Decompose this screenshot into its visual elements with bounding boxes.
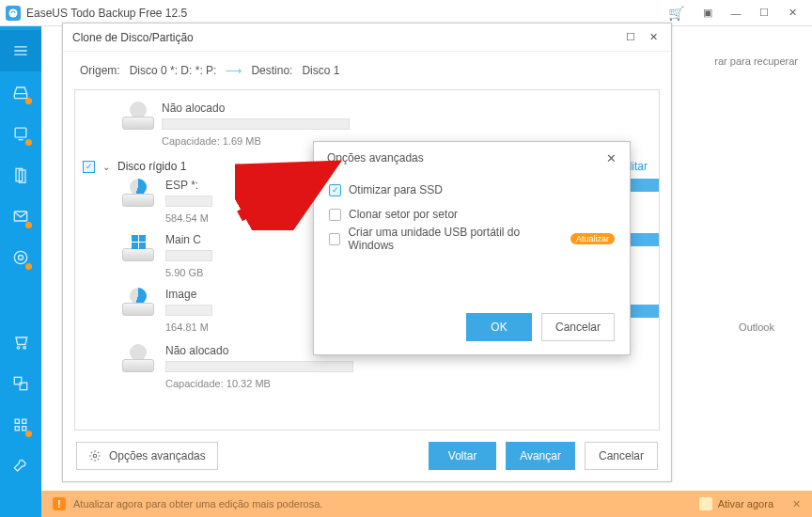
dest-value: Disco 1 xyxy=(302,64,339,77)
disk-icon xyxy=(122,233,154,261)
clone-dialog-footer: Opções avançadas Voltar Avançar Cancelar xyxy=(63,431,671,481)
disk-icon xyxy=(122,344,154,372)
cancel-button[interactable]: Cancelar xyxy=(585,442,658,470)
adv-cancel-button[interactable]: Cancelar xyxy=(541,313,615,341)
bg-outlook-label: Outlook xyxy=(739,321,774,333)
nav-system-icon[interactable] xyxy=(0,113,41,154)
partition-bar xyxy=(165,250,212,261)
advanced-options-button[interactable]: Opções avançadas xyxy=(76,442,218,470)
nav-grid-icon[interactable] xyxy=(0,404,41,446)
arrow-icon: ⟶ xyxy=(226,64,242,77)
cart-icon[interactable]: 🛒 xyxy=(662,2,690,24)
svg-point-0 xyxy=(9,8,18,17)
partition-name: Não alocado xyxy=(162,102,621,115)
warning-icon: ! xyxy=(53,497,66,510)
adv-dialog-footer: OK Cancelar xyxy=(466,313,615,341)
clone-dialog-titlebar: Clone de Disco/Partição ☐ ✕ xyxy=(63,24,671,52)
advanced-options-label: Opções avançadas xyxy=(109,449,206,462)
activate-action[interactable]: Ativar agora ✕ xyxy=(699,497,801,510)
dest-label: Destino: xyxy=(251,64,292,77)
svg-rect-2 xyxy=(15,128,26,137)
origin-value: Disco 0 *: D: *: P: xyxy=(130,64,217,77)
svg-rect-14 xyxy=(15,427,19,431)
partition-bar xyxy=(165,305,212,316)
left-nav-rail xyxy=(0,26,41,517)
partition-capacity: Capacidade: 10.32 MB xyxy=(165,378,659,389)
option-usb-label: Criar uma unidade USB portátil do Window… xyxy=(348,226,557,252)
origin-label: Origem: xyxy=(80,64,120,77)
bg-recover-hint: rar para recuperar xyxy=(714,55,798,67)
partition-bar xyxy=(162,118,350,130)
svg-point-8 xyxy=(17,347,20,350)
nav-file-icon[interactable] xyxy=(0,154,41,196)
svg-point-9 xyxy=(23,347,26,350)
clone-source-dest-row: Origem: Disco 0 *: D: *: P: ⟶ Destino: D… xyxy=(63,52,671,89)
nav-disk-icon[interactable] xyxy=(0,71,41,113)
crown-icon xyxy=(699,497,712,510)
chevron-down-icon[interactable]: ⌄ xyxy=(102,162,110,172)
checkbox-usb[interactable] xyxy=(329,233,340,245)
adv-ok-button[interactable]: OK xyxy=(466,313,532,341)
disk-icon xyxy=(122,179,154,207)
upgrade-footer: ! Atualizar agora para obter uma edição … xyxy=(41,491,812,517)
adv-dialog-title: Opções avançadas xyxy=(327,151,424,164)
adv-close-button[interactable]: ✕ xyxy=(606,151,617,165)
disk-icon xyxy=(122,288,154,316)
dialog-maximize-button[interactable]: ☐ xyxy=(622,31,639,43)
app-title: EaseUS Todo Backup Free 12.5 xyxy=(26,7,187,20)
close-button[interactable]: ✕ xyxy=(778,2,806,24)
option-optimize-ssd[interactable]: ✓ Otimizar para SSD xyxy=(329,178,615,202)
option-portable-usb[interactable]: Criar uma unidade USB portátil do Window… xyxy=(329,227,615,251)
gear-icon xyxy=(88,449,102,462)
partition-bar xyxy=(165,361,353,372)
back-button[interactable]: Voltar xyxy=(429,442,496,470)
disk-checkbox[interactable]: ✓ xyxy=(83,161,95,173)
dialog-close-button[interactable]: ✕ xyxy=(645,31,662,43)
checkbox-ssd[interactable]: ✓ xyxy=(329,184,341,196)
nav-tools-icon[interactable] xyxy=(0,446,41,487)
upgrade-text: Atualizar agora para obter uma edição ma… xyxy=(73,498,322,509)
app-logo-icon xyxy=(6,6,21,21)
svg-rect-1 xyxy=(14,94,26,99)
checkbox-sector[interactable] xyxy=(329,209,341,221)
svg-rect-15 xyxy=(23,427,26,431)
close-footer-icon[interactable]: ✕ xyxy=(792,498,801,510)
option-ssd-label: Otimizar para SSD xyxy=(349,183,443,196)
advanced-options-dialog: Opções avançadas ✕ ✓ Otimizar para SSD C… xyxy=(313,141,631,355)
hamburger-icon[interactable] xyxy=(0,30,41,71)
disk-icon xyxy=(122,102,154,130)
svg-point-6 xyxy=(19,256,23,260)
svg-rect-12 xyxy=(15,419,19,423)
window-controls: 🛒 ▣ — ☐ ✕ xyxy=(662,2,806,24)
next-button[interactable]: Avançar xyxy=(506,442,575,470)
upgrade-badge: Atualizar xyxy=(570,233,615,244)
nav-clone-icon[interactable] xyxy=(0,363,41,404)
disk-name: Disco rígido 1 xyxy=(117,160,186,173)
clone-dialog-title: Clone de Disco/Partição xyxy=(72,31,194,44)
svg-rect-13 xyxy=(23,419,26,423)
nav-smart-icon[interactable] xyxy=(0,237,41,278)
partition-bar xyxy=(165,196,212,207)
option-sector-label: Clonar setor por setor xyxy=(349,208,458,221)
activate-label: Ativar agora xyxy=(718,498,773,509)
nav-cart-icon[interactable] xyxy=(0,321,41,363)
promo-icon[interactable]: ▣ xyxy=(694,2,722,24)
adv-dialog-body: ✓ Otimizar para SSD Clonar setor por set… xyxy=(314,174,630,251)
svg-point-7 xyxy=(14,251,26,263)
minimize-button[interactable]: — xyxy=(722,2,750,24)
adv-dialog-titlebar: Opções avançadas ✕ xyxy=(314,142,630,174)
nav-mail-icon[interactable] xyxy=(0,196,41,237)
svg-point-16 xyxy=(93,454,97,458)
option-sector-by-sector[interactable]: Clonar setor por setor xyxy=(329,202,615,227)
maximize-button[interactable]: ☐ xyxy=(750,2,778,24)
